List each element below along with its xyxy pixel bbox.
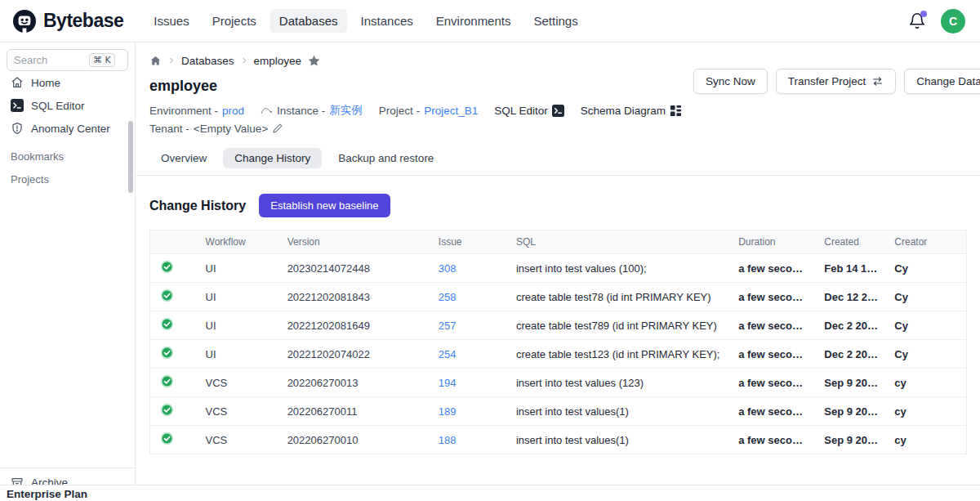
sidebar: ⌘ K Home SQL Editor	[0, 42, 136, 485]
col-issue: Issue	[430, 230, 508, 254]
row-sql: insert into test values (100);	[508, 254, 730, 283]
app-window: Bytebase Issues Projects Databases Insta…	[0, 0, 980, 501]
row-status	[150, 311, 198, 340]
tenant-value: <Empty Value>	[194, 123, 268, 135]
row-workflow: VCS	[198, 397, 279, 426]
table-row[interactable]: UI 20221202074022 254 create table test1…	[150, 340, 967, 369]
terminal-icon	[11, 99, 24, 112]
sidebar-project-item[interactable]	[7, 315, 128, 333]
nav-settings[interactable]: Settings	[524, 9, 586, 33]
sidebar-project-item[interactable]	[7, 423, 128, 441]
nav-issues[interactable]: Issues	[145, 9, 198, 33]
row-issue-link[interactable]: 254	[430, 340, 508, 369]
nav-databases[interactable]: Databases	[270, 9, 347, 33]
sidebar-project-item[interactable]	[7, 243, 128, 261]
page-actions: Sync Now Transfer Project Change Data	[693, 69, 980, 94]
sidebar-project-item[interactable]	[7, 405, 128, 423]
row-creator: cy	[886, 369, 966, 397]
schema-diagram-link[interactable]: Schema Diagram	[581, 105, 682, 117]
table-body: UI 20230214072448 308 insert into test v…	[150, 254, 967, 454]
environment-link[interactable]: prod	[222, 105, 244, 117]
row-issue-link[interactable]: 257	[430, 311, 508, 340]
breadcrumb-employee[interactable]: employee	[254, 55, 302, 67]
transfer-project-button[interactable]: Transfer Project	[776, 69, 897, 94]
change-history-table: Workflow Version Issue SQL Duration Crea…	[149, 230, 967, 454]
row-created: Sep 9 2022	[816, 426, 886, 454]
sidebar-project-item[interactable]	[7, 387, 128, 405]
row-issue-link[interactable]: 194	[430, 369, 508, 397]
tab-overview[interactable]: Overview	[149, 148, 218, 168]
search-box[interactable]: ⌘ K	[7, 49, 128, 71]
tab-backup-restore[interactable]: Backup and restore	[327, 148, 445, 168]
user-avatar[interactable]: C	[941, 9, 965, 34]
row-issue-link[interactable]: 189	[430, 397, 508, 426]
sidebar-item-archive[interactable]: Archive	[7, 472, 128, 485]
plan-label[interactable]: Enterprise Plan	[7, 488, 87, 500]
sidebar-project-item[interactable]	[7, 297, 128, 315]
row-version: 202206270010	[279, 426, 430, 454]
row-version: 202206270013	[279, 369, 430, 397]
success-check-icon	[160, 374, 174, 388]
sql-editor-link[interactable]: SQL Editor	[494, 105, 564, 117]
search-input[interactable]	[14, 54, 89, 66]
col-sql: SQL	[508, 230, 730, 254]
row-issue-link[interactable]: 258	[430, 283, 508, 311]
table-header: Workflow Version Issue SQL Duration Crea…	[150, 230, 967, 254]
row-sql: create table test78 (id int PRIMARY KEY)	[508, 283, 730, 311]
col-duration: Duration	[730, 230, 816, 254]
instance-label: Instance -	[277, 105, 325, 117]
sidebar-scrollbar-thumb[interactable]	[128, 121, 133, 193]
sidebar-project-item[interactable]	[7, 261, 128, 279]
table-row[interactable]: UI 20221202081649 257 create table test7…	[150, 311, 967, 340]
sidebar-item-label: Archive	[31, 476, 68, 485]
table-row[interactable]: VCS 202206270011 189 insert into test va…	[150, 397, 967, 426]
row-issue-link[interactable]: 308	[430, 254, 508, 283]
nav-projects[interactable]: Projects	[203, 9, 265, 33]
row-status	[150, 340, 198, 369]
row-created: Sep 9 2022	[816, 369, 886, 397]
sidebar-project-item[interactable]	[7, 369, 128, 387]
row-issue-link[interactable]: 188	[430, 426, 508, 454]
table-row[interactable]: VCS 202206270010 188 insert into test va…	[150, 426, 967, 454]
establish-baseline-button[interactable]: Establish new baseline	[259, 194, 390, 217]
instance-link[interactable]: 新实例	[329, 103, 363, 118]
sidebar-project-item[interactable]	[7, 206, 128, 224]
bytebase-logo[interactable]: Bytebase	[11, 8, 123, 34]
sync-now-button[interactable]: Sync Now	[693, 69, 768, 94]
sidebar-project-item[interactable]	[7, 279, 128, 297]
sidebar-item-sql-editor[interactable]: SQL Editor	[7, 94, 128, 117]
tab-change-history[interactable]: Change History	[223, 148, 322, 168]
row-workflow: VCS	[198, 426, 279, 454]
sidebar-project-item[interactable]	[7, 442, 128, 460]
breadcrumb-home-icon[interactable]	[149, 55, 162, 67]
meta-environment: Environment - prod	[149, 105, 244, 117]
row-created: Feb 14 15:32	[816, 254, 886, 283]
projects-section-label: Projects	[11, 173, 128, 186]
row-workflow: UI	[198, 254, 279, 283]
row-version: 20221202081843	[279, 283, 430, 311]
change-data-button[interactable]: Change Data	[904, 69, 980, 94]
breadcrumb-databases[interactable]: Databases	[181, 55, 234, 67]
nav-environments[interactable]: Environments	[427, 9, 520, 33]
project-link[interactable]: Project_B1	[424, 105, 478, 117]
row-status	[150, 283, 198, 311]
sidebar-item-anomaly-center[interactable]: Anomaly Center	[7, 117, 128, 140]
success-check-icon	[160, 260, 174, 274]
notification-bell-icon[interactable]	[908, 12, 926, 30]
bookmark-star-icon[interactable]	[307, 54, 321, 68]
table-row[interactable]: VCS 202206270013 194 insert into test va…	[150, 369, 967, 397]
col-workflow: Workflow	[198, 230, 279, 254]
sidebar-project-item[interactable]	[7, 224, 128, 242]
success-check-icon	[160, 346, 174, 360]
nav-instances[interactable]: Instances	[352, 9, 422, 33]
sidebar-project-item[interactable]	[7, 351, 128, 369]
sidebar-item-home[interactable]: Home	[7, 71, 128, 94]
row-workflow: UI	[198, 311, 279, 340]
row-status	[150, 426, 198, 454]
main-navigation: Issues Projects Databases Instances Envi…	[145, 9, 586, 33]
edit-pencil-icon[interactable]	[272, 123, 283, 134]
table-row[interactable]: UI 20221202081843 258 create table test7…	[150, 283, 967, 311]
sidebar-project-item[interactable]	[7, 188, 128, 206]
sidebar-project-item[interactable]	[7, 333, 128, 351]
table-row[interactable]: UI 20230214072448 308 insert into test v…	[150, 254, 967, 283]
